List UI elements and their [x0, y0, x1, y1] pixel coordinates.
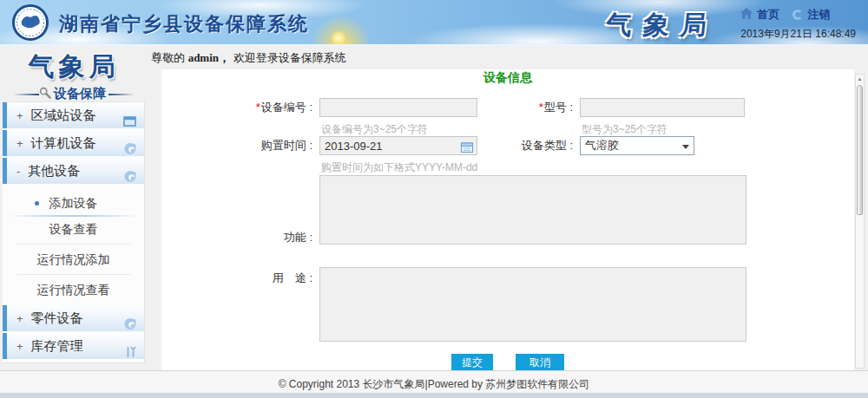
- menu-label: 计算机设备: [31, 135, 96, 150]
- submenu-item-add-device[interactable]: 添加设备: [3, 191, 144, 215]
- logout-link[interactable]: 注销: [807, 7, 830, 23]
- sidebar-submenu: 添加设备 设备查看 运行情况添加 运行情况查看: [3, 186, 144, 305]
- header-banner: 湖南省宁乡县设备保障系统 气象局 首页 注销 2013年9月21日 16:48:…: [0, 0, 868, 46]
- submenu-label: 运行情况查看: [37, 283, 110, 297]
- tools-icon: [125, 340, 136, 366]
- chat-icon: [124, 165, 136, 191]
- device-no-label: *设备编号 :: [161, 98, 312, 117]
- submenu-item-view-operation[interactable]: 运行情况查看: [3, 277, 144, 302]
- model-hint: 型号为3~25个字符: [582, 122, 667, 137]
- sidebar-item-other-equipment[interactable]: -其他设备: [3, 158, 144, 184]
- required-mark: *: [539, 101, 543, 114]
- welcome-prefix: 尊敬的: [151, 51, 188, 64]
- sidebar-item-regional-station[interactable]: +区域站设备: [3, 102, 144, 128]
- device-no-hint: 设备编号为3~25个字符: [321, 122, 428, 137]
- submenu-label: 设备查看: [49, 222, 98, 236]
- brand-divider-left: [13, 94, 39, 95]
- logout-icon: [792, 10, 803, 20]
- menu-label: 区域站设备: [31, 108, 96, 122]
- cancel-button[interactable]: 取消: [516, 354, 564, 371]
- required-mark: *: [256, 101, 260, 114]
- device-info-panel: 设备信息 *设备编号 : 设备编号为3~25个字符 *型号 : 型号为3~25个…: [161, 69, 854, 370]
- submenu-label: 添加设备: [49, 196, 98, 210]
- welcome-suffix: 欢迎登录设备保障系统: [230, 51, 346, 64]
- submenu-item-view-device[interactable]: 设备查看: [3, 217, 144, 241]
- device-type-select[interactable]: 气溶胶: [580, 136, 694, 155]
- collapse-indicator: -: [16, 165, 20, 178]
- purchase-date-field: [319, 136, 477, 155]
- purchase-date-hint: 购置时间为如下格式YYYY-MM-dd: [321, 160, 477, 175]
- vertical-scrollbar[interactable]: ▲: [855, 74, 865, 369]
- magnifier-icon: [39, 87, 51, 102]
- app-root: 湖南省宁乡县设备保障系统 气象局 首页 注销 2013年9月21日 16:48:…: [0, 0, 868, 398]
- submit-button[interactable]: 提交: [451, 354, 493, 371]
- datetime-display: 2013年9月21日 16:48:49: [740, 27, 856, 42]
- menu-label: 库存管理: [31, 338, 83, 353]
- model-input[interactable]: [580, 98, 745, 117]
- system-title: 湖南省宁乡县设备保障系统: [59, 11, 309, 37]
- sidebar-menu: +区域站设备 +计算机设备 -其他设备 添加: [3, 101, 145, 363]
- expand-indicator: +: [16, 137, 23, 150]
- device-no-input[interactable]: [319, 98, 477, 117]
- welcome-message: 尊敬的 admin， 欢迎登录设备保障系统: [151, 50, 346, 66]
- sidebar-brand-title: 气象局: [0, 49, 148, 85]
- device-type-value: 气溶胶: [585, 139, 619, 152]
- brand-divider-right: [108, 94, 135, 95]
- chevron-down-icon: [682, 145, 689, 149]
- sidebar-item-computer-equipment[interactable]: +计算机设备: [3, 130, 144, 156]
- active-bullet-icon: [35, 201, 39, 206]
- copyright-text: © Copyright 2013 长沙市气象局|Powered by 苏州梦图软…: [0, 377, 868, 392]
- home-icon: [740, 8, 753, 22]
- menu-label: 零件设备: [31, 310, 83, 325]
- menu-label: 其他设备: [28, 163, 80, 178]
- model-label: *型号 :: [491, 98, 573, 117]
- sidebar-item-parts-equipment[interactable]: +零件设备: [3, 305, 144, 331]
- expand-indicator: +: [16, 109, 23, 122]
- expand-indicator: +: [16, 312, 23, 325]
- bureau-logo-icon: [12, 4, 49, 41]
- function-textarea[interactable]: [319, 175, 746, 245]
- footer-bottom-strip: [0, 393, 868, 398]
- use-textarea[interactable]: [319, 267, 746, 342]
- home-link[interactable]: 首页: [757, 7, 779, 23]
- sidebar-brand-subtitle: 设备保障: [54, 86, 106, 102]
- welcome-username: admin，: [188, 51, 230, 64]
- submenu-separator: [16, 244, 130, 245]
- scrollbar-thumb[interactable]: [857, 85, 863, 215]
- calendar-icon[interactable]: [461, 140, 473, 156]
- footer: © Copyright 2013 长沙市气象局|Powered by 苏州梦图软…: [0, 370, 868, 398]
- header-utility: 首页 注销 2013年9月21日 16:48:49: [740, 7, 856, 42]
- use-label: 用 途 :: [161, 269, 312, 288]
- purchase-date-input[interactable]: [319, 136, 477, 155]
- submenu-item-add-operation[interactable]: 运行情况添加: [3, 247, 144, 271]
- sidebar-item-inventory-management[interactable]: +库存管理: [3, 333, 144, 359]
- sidebar-brand: 气象局 设备保障: [0, 48, 148, 102]
- sidebar: 气象局 设备保障 +区域站设备: [0, 48, 148, 370]
- function-label: 功能 :: [161, 228, 312, 247]
- submenu-separator: [16, 274, 130, 275]
- device-type-label: 设备类型 :: [491, 136, 573, 155]
- expand-indicator: +: [16, 340, 23, 353]
- purchase-date-label: 购置时间 :: [161, 136, 312, 155]
- submenu-label: 运行情况添加: [37, 252, 110, 266]
- bureau-title: 气象局: [604, 8, 720, 43]
- form-title: 设备信息: [161, 70, 854, 86]
- scroll-up-arrow-icon[interactable]: ▲: [856, 75, 864, 84]
